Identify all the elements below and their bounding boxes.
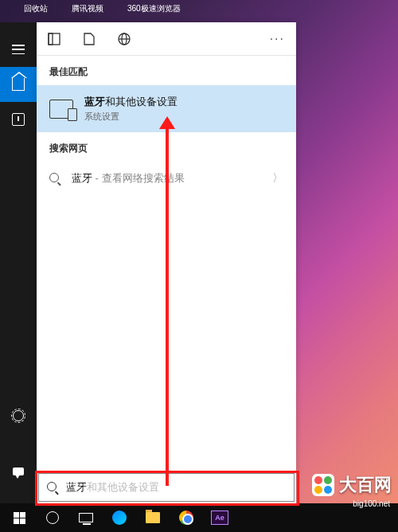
devices-icon <box>49 100 73 119</box>
filter-tabs: ··· <box>37 22 296 56</box>
svg-rect-1 <box>49 33 53 45</box>
menu-button[interactable] <box>0 32 37 67</box>
hamburger-icon <box>12 45 25 54</box>
best-match-subtitle: 系统设置 <box>84 111 178 123</box>
clock-icon <box>12 113 25 126</box>
search-suggestion-ghost: 和其他设备设置 <box>87 480 159 495</box>
desktop-icon-360[interactable]: 360极速浏览器 <box>127 3 181 19</box>
settings-button[interactable] <box>0 398 37 433</box>
home-button[interactable] <box>0 67 37 102</box>
search-panel: ··· 最佳匹配 蓝牙和其他设备设置 系统设置 搜索网页 蓝牙 - 查看网络搜索… <box>37 22 296 503</box>
tab-documents[interactable] <box>83 33 96 45</box>
start-button[interactable] <box>3 503 35 532</box>
desktop-icon-labels: 回收站 腾讯视频 360极速浏览器 <box>0 0 398 22</box>
explorer-button[interactable] <box>137 503 169 532</box>
cortana-sidebar <box>0 22 37 503</box>
best-match-header: 最佳匹配 <box>37 56 296 85</box>
web-section-header: 搜索网页 <box>37 132 296 162</box>
watermark-logo-icon <box>312 474 334 496</box>
feedback-button[interactable] <box>0 454 37 489</box>
taskview-icon <box>79 513 93 522</box>
watermark: 大百网 <box>312 473 392 497</box>
taskbar: Ae <box>0 503 398 532</box>
folder-icon <box>146 512 160 523</box>
home-icon <box>12 78 25 91</box>
svg-rect-0 <box>49 33 60 45</box>
chevron-right-icon: 〉 <box>272 171 283 186</box>
taskview-button[interactable] <box>70 503 102 532</box>
aftereffects-button[interactable]: Ae <box>204 503 236 532</box>
web-row-text: 蓝牙 - 查看网络搜索结果 <box>72 171 261 186</box>
chrome-icon <box>179 510 193 525</box>
search-typed-text: 蓝牙 <box>66 480 87 495</box>
search-input[interactable]: 蓝牙和其他设备设置 <box>38 473 295 502</box>
ae-icon: Ae <box>211 510 228 525</box>
tab-more[interactable]: ··· <box>270 32 285 46</box>
cortana-button[interactable] <box>37 503 68 532</box>
search-icon <box>47 482 58 493</box>
watermark-title: 大百网 <box>339 473 392 497</box>
best-match-title: 蓝牙和其他设备设置 <box>84 95 178 109</box>
windows-icon <box>14 512 25 524</box>
desktop-icon-tencent[interactable]: 腾讯视频 <box>72 3 103 19</box>
best-match-result[interactable]: 蓝牙和其他设备设置 系统设置 <box>37 85 296 132</box>
tab-apps[interactable] <box>48 33 60 45</box>
desktop-icon-recycle[interactable]: 回收站 <box>24 3 48 19</box>
web-search-row[interactable]: 蓝牙 - 查看网络搜索结果 〉 <box>37 162 296 195</box>
gear-icon <box>13 410 24 421</box>
watermark-url: big100.net <box>353 499 390 508</box>
recent-button[interactable] <box>0 102 37 137</box>
edge-button[interactable] <box>103 503 135 532</box>
tab-web[interactable] <box>118 33 131 45</box>
search-icon <box>49 173 60 184</box>
edge-icon <box>112 510 127 525</box>
chrome-button[interactable] <box>170 503 202 532</box>
feedback-icon <box>13 467 24 475</box>
cortana-icon <box>46 511 59 524</box>
